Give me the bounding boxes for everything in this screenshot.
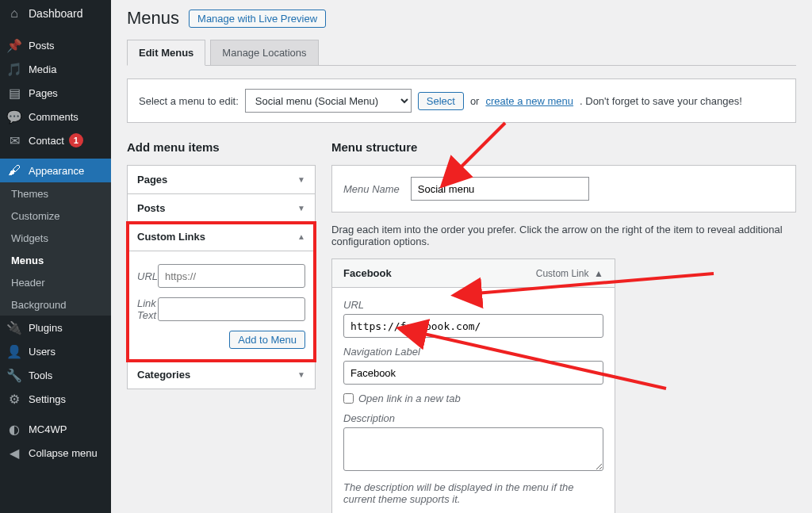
create-menu-link[interactable]: create a new menu [485, 95, 573, 107]
sidebar-item-label: Settings [29, 393, 66, 405]
sidebar-sub-customize[interactable]: Customize [0, 205, 111, 227]
chevron-up-icon: ▲ [297, 232, 305, 241]
drag-note: Drag each item into the order you prefer… [331, 224, 796, 247]
sidebar-item-mc4wp[interactable]: ◐MC4WP [0, 417, 111, 441]
sidebar-sub-header[interactable]: Header [0, 271, 111, 293]
menu-item: Facebook Custom Link ▲ URL Navigation La… [331, 258, 615, 513]
nav-tabs: Edit Menus Manage Locations [127, 40, 796, 66]
linktext-label: Link Text [137, 297, 158, 321]
sidebar-sub-themes[interactable]: Themes [0, 182, 111, 205]
sidebar-item-media[interactable]: 🎵Media [0, 57, 111, 81]
sidebar-item-label: Comments [29, 111, 79, 123]
sidebar-item-label: Background [11, 299, 66, 311]
sidebar-item-label: Widgets [11, 232, 48, 244]
chevron-up-icon: ▲ [594, 268, 603, 279]
acc-label: Posts [137, 202, 165, 214]
users-icon: 👤 [6, 343, 22, 359]
sidebar-item-label: Tools [29, 369, 52, 381]
menu-select[interactable]: Social menu (Social Menu) [245, 89, 412, 113]
select-button[interactable]: Select [418, 92, 464, 110]
new-tab-label: Open link in a new tab [358, 392, 461, 404]
description-textarea[interactable] [343, 427, 603, 471]
custom-links-highlight: Custom Links▲ URL Link Text Add to Menu [128, 223, 315, 361]
sidebar-item-label: Contact [29, 135, 64, 147]
sidebar-item-label: Users [29, 346, 56, 358]
custom-link-text-input[interactable] [158, 297, 305, 321]
sidebar-item-posts[interactable]: 📌Posts [0, 33, 111, 57]
sidebar-sub-background[interactable]: Background [0, 293, 111, 316]
sidebar-item-settings[interactable]: ⚙Settings [0, 387, 111, 411]
live-preview-button[interactable]: Manage with Live Preview [189, 10, 326, 28]
sidebar-submenu: Themes Customize Widgets Menus Header Ba… [0, 182, 111, 316]
contact-icon: ✉ [6, 132, 22, 148]
sidebar-item-label: Posts [29, 40, 55, 52]
menu-select-bar: Select a menu to edit: Social menu (Soci… [127, 78, 796, 123]
or-text: or [470, 95, 480, 107]
sidebar-item-dashboard[interactable]: ⌂Dashboard [0, 0, 111, 27]
menu-item-type: Custom Link [536, 268, 589, 279]
menu-name-row: Menu Name [331, 165, 796, 212]
chevron-down-icon: ▼ [297, 204, 305, 212]
main-content: Menus Manage with Live Preview Edit Menu… [111, 0, 812, 513]
collapse-icon: ◀ [6, 445, 22, 461]
acc-categories[interactable]: Categories▼ [128, 361, 315, 389]
pin-icon: 📌 [6, 37, 22, 53]
settings-icon: ⚙ [6, 391, 22, 407]
sidebar-item-users[interactable]: 👤Users [0, 339, 111, 363]
acc-label: Categories [137, 369, 190, 381]
sidebar-item-plugins[interactable]: 🔌Plugins [0, 316, 111, 339]
item-url-label: URL [343, 299, 603, 311]
nav-label: Navigation Label [343, 346, 603, 358]
menu-structure-heading: Menu structure [331, 140, 796, 154]
sidebar-item-label: MC4WP [29, 423, 67, 435]
chevron-down-icon: ▼ [297, 370, 305, 379]
plugin-icon: 🔌 [6, 320, 22, 335]
custom-link-url-input[interactable] [158, 264, 305, 288]
add-to-menu-button[interactable]: Add to Menu [229, 331, 305, 349]
sidebar-item-appearance[interactable]: 🖌Appearance [0, 159, 111, 182]
sidebar-item-label: Themes [11, 188, 48, 200]
desc-label: Description [343, 412, 603, 424]
sidebar-item-label: Pages [29, 87, 58, 99]
sidebar-item-tools[interactable]: 🔧Tools [0, 363, 111, 387]
add-items-heading: Add menu items [127, 140, 316, 154]
tab-manage-locations[interactable]: Manage Locations [210, 40, 318, 65]
page-title: Menus [127, 8, 179, 29]
menu-name-input[interactable] [411, 177, 589, 201]
sidebar-item-label: Customize [11, 210, 59, 222]
item-url-input[interactable] [343, 314, 603, 338]
select-label: Select a menu to edit: [139, 95, 239, 107]
sidebar-item-label: Dashboard [29, 7, 83, 20]
acc-custom-links[interactable]: Custom Links▲ [128, 223, 315, 251]
tab-edit-menus[interactable]: Edit Menus [127, 40, 205, 66]
accordion: Pages▼ Posts▼ Custom Links▲ URL Link Tex… [127, 165, 316, 389]
url-label: URL [137, 270, 158, 282]
sidebar-item-pages[interactable]: ▤Pages [0, 81, 111, 105]
sidebar-item-comments[interactable]: 💬Comments [0, 105, 111, 128]
sidebar-item-label: Collapse menu [29, 447, 98, 459]
acc-label: Custom Links [137, 231, 205, 243]
sidebar-sub-menus[interactable]: Menus [0, 249, 111, 271]
desc-hint: The description will be displayed in the… [343, 481, 603, 505]
sidebar-item-label: Media [29, 63, 56, 75]
comment-icon: 💬 [6, 109, 22, 124]
menu-item-header[interactable]: Facebook Custom Link ▲ [332, 259, 615, 288]
sidebar-sub-widgets[interactable]: Widgets [0, 227, 111, 249]
dashboard-icon: ⌂ [6, 6, 22, 21]
acc-posts[interactable]: Posts▼ [128, 194, 315, 223]
sidebar-item-label: Plugins [29, 322, 63, 334]
nav-label-input[interactable] [343, 361, 603, 385]
menu-item-body: URL Navigation Label Open link in a new … [332, 288, 615, 513]
save-hint: . Don't forget to save your changes! [580, 95, 742, 107]
page-icon: ▤ [6, 85, 22, 101]
new-tab-checkbox[interactable] [343, 393, 354, 404]
tools-icon: 🔧 [6, 367, 22, 383]
menu-item-title: Facebook [343, 267, 392, 279]
sidebar-item-contact[interactable]: ✉Contact1 [0, 128, 111, 152]
notification-badge: 1 [69, 133, 83, 147]
sidebar-collapse[interactable]: ◀Collapse menu [0, 441, 111, 465]
sidebar-item-label: Header [11, 277, 45, 289]
admin-sidebar: ⌂Dashboard 📌Posts 🎵Media ▤Pages 💬Comment… [0, 0, 111, 513]
sidebar-item-label: Appearance [29, 165, 84, 177]
acc-pages[interactable]: Pages▼ [128, 166, 315, 194]
